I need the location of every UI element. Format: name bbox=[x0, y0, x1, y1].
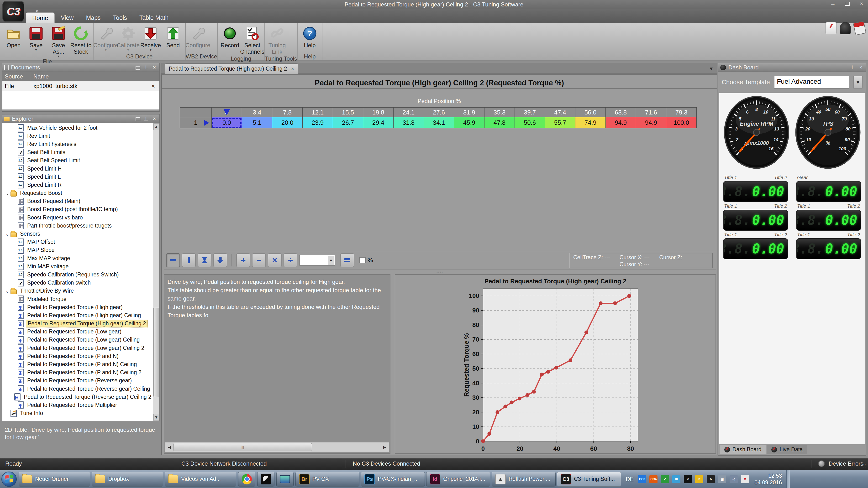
tree-item-requested-boost[interactable]: ⌄Requested Boost bbox=[2, 189, 153, 197]
set-value-button[interactable] bbox=[340, 253, 354, 267]
documents-pin-icon[interactable]: ⊥ bbox=[143, 64, 149, 71]
taskbar-app-reflash-power-[interactable]: ▲Reflash Power ... bbox=[492, 472, 556, 487]
tree-item-rev-limit-hysteresis[interactable]: Rev Limit hysteresis bbox=[2, 140, 153, 148]
wb2-gauge-icon[interactable] bbox=[840, 22, 851, 34]
menu-table-math[interactable]: Table Math bbox=[133, 12, 175, 23]
dashboard-pin-icon[interactable]: ⊥ bbox=[849, 64, 855, 71]
tree-item-boost-request-post-throttle-ic-temp-[interactable]: Boost Request (post throttle/IC temp) bbox=[2, 205, 153, 214]
action-center-flag-icon[interactable]: ⚑ bbox=[741, 475, 749, 483]
chevron-down-icon[interactable]: ⌄ bbox=[4, 231, 10, 237]
horizontal-splitter[interactable]: ▪▪▪▪ bbox=[164, 271, 716, 274]
volume-icon[interactable]: ◁ bbox=[730, 475, 738, 483]
tree-item-pedal-to-requested-torque-p-and-n-ceiling[interactable]: Pedal to Requested Torque (P and N) Ceil… bbox=[2, 360, 153, 368]
maximize-button[interactable] bbox=[843, 1, 851, 7]
taskbar-c3-black-button[interactable] bbox=[257, 472, 275, 487]
col-header-3.4[interactable]: 3.4 bbox=[242, 107, 272, 117]
windows-update-icon[interactable]: ⊞ bbox=[672, 475, 680, 483]
tree-item-rev-limit[interactable]: Rev Limit bbox=[2, 132, 153, 140]
fill-down-button[interactable] bbox=[213, 253, 227, 267]
tree-item-seat-belt-limits[interactable]: Seat Belt Limits bbox=[2, 149, 153, 157]
taskbar-app-c3-tuning-soft-[interactable]: C3C3 Tuning Soft... bbox=[557, 472, 621, 487]
select-channels-button[interactable]: Select Channels bbox=[241, 25, 264, 55]
subtract-value-button[interactable]: − bbox=[252, 253, 266, 267]
chevron-down-icon[interactable]: ⌄ bbox=[4, 190, 10, 196]
tree-item-speedo-calibration-requires-switch-[interactable]: Speedo Calibration (Requires Switch) bbox=[2, 270, 153, 279]
col-header-12.1[interactable]: 12.1 bbox=[303, 107, 333, 117]
tree-item-speedo-calibration-switch[interactable]: Speedo Calibration switch bbox=[2, 279, 153, 287]
scroll-down-icon[interactable]: ▼ bbox=[153, 414, 159, 421]
start-button[interactable] bbox=[1, 471, 17, 487]
col-header-35.3[interactable]: 35.3 bbox=[485, 107, 515, 117]
tree-item-pedal-to-requested-torque-high-gear-[interactable]: Pedal to Requested Torque (High gear) bbox=[2, 303, 153, 311]
tree-item-modeled-torque[interactable]: Modeled Torque bbox=[2, 295, 153, 303]
tree-item-pedal-to-requested-torque-multiplier[interactable]: Pedal to Requested Torque Multiplier bbox=[2, 401, 153, 409]
tree-item-speed-limit-h[interactable]: Speed Limit H bbox=[2, 165, 153, 173]
table-cell-14[interactable]: 94.9 bbox=[636, 117, 666, 128]
col-header-0[interactable]: 0 bbox=[212, 107, 242, 117]
equalize-rows-button[interactable] bbox=[166, 253, 180, 267]
smooth-button[interactable] bbox=[197, 253, 212, 267]
hscroll-thumb[interactable]: ||| bbox=[174, 443, 312, 451]
tree-item-boost-request-main-[interactable]: Boost Request (Main) bbox=[2, 197, 153, 205]
value-input[interactable]: ▼ bbox=[299, 255, 335, 266]
reset-to-stock-button[interactable]: Reset to Stock bbox=[70, 25, 92, 58]
taskbar-folder-videos-von-ad-[interactable]: Videos von Ad... bbox=[165, 472, 236, 487]
receive-button[interactable]: Receive▾ bbox=[140, 25, 162, 53]
tree-item-speed-limit-l[interactable]: Speed Limit L bbox=[2, 173, 153, 181]
table-cell-0[interactable]: 0.0 bbox=[212, 117, 242, 128]
tree-item-max-vehicle-speed-for-2-foot[interactable]: Max Vehicle Speed for 2 foot bbox=[2, 124, 153, 132]
value-input-dropdown-icon[interactable]: ▼ bbox=[328, 256, 334, 265]
table-cell-1[interactable]: 5.1 bbox=[242, 117, 272, 128]
tree-item-pedal-to-requested-torque-p-and-n-ceiling-2[interactable]: Pedal to Requested Torque (P and N) Ceil… bbox=[2, 368, 153, 377]
taskbar-chrome-button[interactable] bbox=[238, 472, 255, 487]
tree-item-speed-limit-r[interactable]: Speed Limit R bbox=[2, 181, 153, 189]
scroll-up-icon[interactable]: ▲ bbox=[153, 123, 159, 130]
col-header-19.8[interactable]: 19.8 bbox=[363, 107, 394, 117]
tree-item-pedal-to-requested-torque-low-gear-ceiling-2[interactable]: Pedal to Requested Torque (Low gear) Cei… bbox=[2, 344, 153, 352]
col-header-15.5[interactable]: 15.5 bbox=[333, 107, 363, 117]
menu-maps[interactable]: Maps bbox=[80, 12, 107, 23]
col-header-39.7[interactable]: 39.7 bbox=[515, 107, 545, 117]
taskbar-app-pv-cx-indian-[interactable]: PsPV-CX-Indian_... bbox=[361, 472, 425, 487]
table-cell-7[interactable]: 34.1 bbox=[424, 117, 454, 128]
divide-value-button[interactable]: ÷ bbox=[283, 253, 298, 267]
document-close-icon[interactable]: × bbox=[151, 82, 155, 90]
dashboard-close-icon[interactable]: × bbox=[858, 64, 864, 71]
tree-item-max-map-voltage[interactable]: Max MAP voltage bbox=[2, 254, 153, 262]
cc4-icon[interactable]: CC4 bbox=[649, 475, 657, 483]
taskbar-remote-button[interactable] bbox=[276, 472, 293, 487]
menu-tools[interactable]: Tools bbox=[107, 12, 133, 23]
scrollbar-thumb[interactable] bbox=[153, 308, 159, 397]
table-cell-13[interactable]: 94.9 bbox=[606, 117, 636, 128]
taskbar-folder-dropbox[interactable]: Dropbox bbox=[92, 472, 163, 487]
tree-item-seat-belt-speed-limit[interactable]: Seat Belt Speed Limit bbox=[2, 157, 153, 165]
tree-item-sensors[interactable]: ⌄Sensors bbox=[2, 230, 153, 238]
wb2-chart-icon[interactable] bbox=[826, 22, 837, 34]
tree-item-pedal-to-requested-torque-p-and-n-[interactable]: Pedal to Requested Torque (P and N) bbox=[2, 352, 153, 360]
template-select[interactable]: Fuel Advanced bbox=[774, 76, 849, 89]
bee-icon[interactable]: b bbox=[695, 475, 703, 483]
table-cell-5[interactable]: 29.4 bbox=[363, 117, 394, 128]
table-cell-12[interactable]: 74.9 bbox=[576, 117, 606, 128]
explorer-maximize-icon[interactable] bbox=[135, 117, 140, 121]
vertical-splitter[interactable] bbox=[392, 274, 394, 454]
tree-item-min-map-voltage[interactable]: Min MAP voltage bbox=[2, 262, 153, 270]
add-value-button[interactable]: + bbox=[236, 253, 250, 267]
app-tray-icon[interactable]: A bbox=[707, 475, 715, 483]
menu-view[interactable]: View bbox=[55, 12, 80, 23]
table-cell-9[interactable]: 47.8 bbox=[485, 117, 515, 128]
minimize-button[interactable]: – bbox=[829, 1, 837, 7]
col-header-31.9[interactable]: 31.9 bbox=[454, 107, 485, 117]
equalize-columns-button[interactable] bbox=[182, 253, 196, 267]
tree-item-throttle-drive-by-wire[interactable]: ⌄Throttle/Drive By Wire bbox=[2, 287, 153, 295]
cc3-icon[interactable]: CC3 bbox=[638, 475, 646, 483]
tree-item-pedal-to-requested-torque-low-gear-ceiling[interactable]: Pedal to Requested Torque (Low gear) Cei… bbox=[2, 336, 153, 344]
tree-item-pedal-to-requested-torque-reverse-gear-ceiling[interactable]: Pedal to Requested Torque (Reverse gear)… bbox=[2, 385, 153, 393]
percent-checkbox[interactable] bbox=[360, 257, 366, 263]
template-dropdown-icon[interactable]: ▼ bbox=[854, 76, 863, 89]
table-cell-8[interactable]: 45.9 bbox=[454, 117, 485, 128]
tree-item-map-offset[interactable]: MAP Offset bbox=[2, 238, 153, 246]
help-button[interactable]: ?Help bbox=[299, 25, 321, 53]
col-header-56.0[interactable]: 56.0 bbox=[576, 107, 606, 117]
col-header-27.6[interactable]: 27.6 bbox=[424, 107, 454, 117]
